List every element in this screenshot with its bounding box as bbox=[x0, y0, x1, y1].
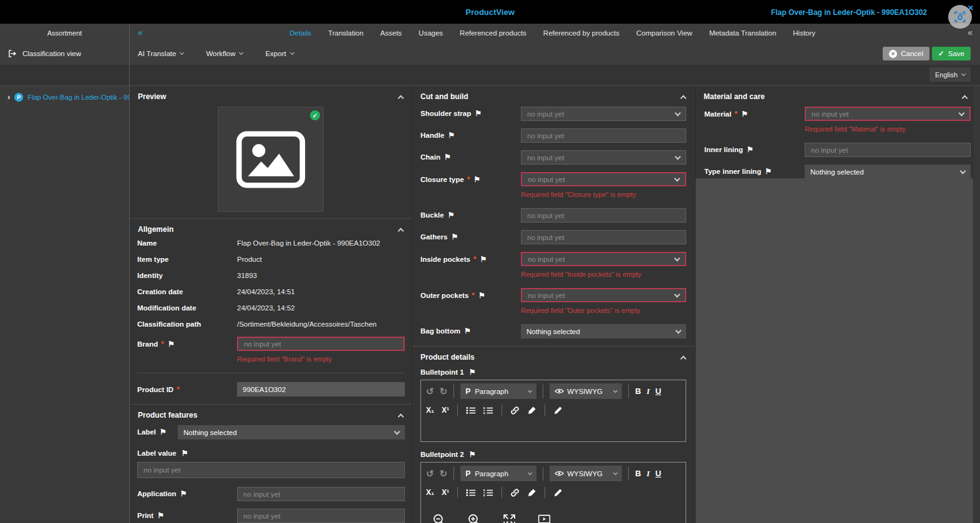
flag-icon[interactable]: ⚑ bbox=[480, 256, 487, 262]
flag-icon[interactable]: ⚑ bbox=[157, 512, 164, 519]
zoom-in-icon[interactable] bbox=[467, 513, 482, 523]
collapse-section-icon[interactable] bbox=[398, 413, 404, 420]
tree-expand-icon[interactable]: › bbox=[7, 92, 10, 102]
inner-lining-input[interactable]: no input yet bbox=[805, 143, 971, 157]
view-mode-dropdown[interactable]: WYSIWYG bbox=[550, 383, 622, 399]
inside-pockets-select[interactable]: no input yet bbox=[521, 252, 686, 266]
scrollbar-track[interactable] bbox=[974, 86, 980, 523]
bag-bottom-select[interactable]: Nothing selected bbox=[521, 324, 686, 338]
collapse-panel-icon[interactable]: « bbox=[968, 24, 973, 42]
zoom-out-icon[interactable] bbox=[432, 513, 447, 523]
collapse-section-icon[interactable] bbox=[398, 228, 404, 234]
redo-icon[interactable]: ↻ bbox=[440, 468, 448, 479]
tab-details[interactable]: Details bbox=[289, 29, 311, 37]
paragraph-style-dropdown[interactable]: PParagraph bbox=[460, 466, 536, 481]
shoulder-strap-select[interactable]: no input yet bbox=[521, 107, 686, 121]
tab-translation[interactable]: Translation bbox=[328, 29, 363, 37]
view-mode-dropdown[interactable]: WYSIWYG bbox=[550, 466, 622, 481]
flag-icon[interactable]: ⚑ bbox=[765, 168, 772, 175]
redo-icon[interactable]: ↻ bbox=[440, 386, 448, 397]
numbered-list-icon[interactable] bbox=[483, 489, 493, 497]
flag-icon[interactable]: ⚑ bbox=[182, 450, 188, 456]
fullscreen-icon[interactable] bbox=[502, 513, 517, 523]
flag-icon[interactable]: ⚑ bbox=[478, 292, 485, 299]
highlighter-icon[interactable] bbox=[527, 488, 536, 497]
superscript-icon[interactable]: X¹ bbox=[442, 406, 449, 415]
product-details-section-header[interactable]: Product details bbox=[412, 347, 694, 367]
buckle-input[interactable]: no input yet bbox=[521, 208, 686, 223]
paragraph-style-dropdown[interactable]: PParagraph bbox=[460, 383, 536, 399]
flag-icon[interactable]: ⚑ bbox=[160, 429, 167, 435]
flag-icon[interactable]: ⚑ bbox=[168, 341, 175, 347]
numbered-list-icon[interactable] bbox=[483, 406, 493, 415]
link-icon[interactable] bbox=[510, 488, 520, 497]
presentation-icon[interactable] bbox=[537, 514, 551, 523]
preview-section-header[interactable]: Preview bbox=[130, 86, 412, 107]
undo-icon[interactable]: ↺ bbox=[426, 468, 434, 479]
underline-icon[interactable]: U bbox=[656, 386, 661, 396]
flag-icon[interactable]: ⚑ bbox=[741, 111, 748, 117]
tab-metadata-translation[interactable]: Metadata Translation bbox=[709, 29, 776, 37]
italic-icon[interactable]: I bbox=[647, 386, 650, 396]
flag-icon[interactable]: ⚑ bbox=[451, 234, 458, 240]
flag-icon[interactable]: ⚑ bbox=[469, 451, 476, 458]
print-input[interactable]: no input yet bbox=[237, 509, 405, 523]
italic-icon[interactable]: I bbox=[647, 469, 650, 479]
cancel-button[interactable]: ✕ Cancel bbox=[883, 47, 929, 60]
bulletpoint1-editor[interactable]: ↺ ↻ PParagraph WYSIWYG B I bbox=[420, 380, 686, 442]
tab-referenced-by-products[interactable]: Referenced by products bbox=[543, 29, 619, 37]
flag-icon[interactable]: ⚑ bbox=[475, 110, 482, 117]
tab-assets[interactable]: Assets bbox=[381, 29, 402, 37]
bullet-list-icon[interactable] bbox=[466, 489, 476, 497]
tab-usages[interactable]: Usages bbox=[419, 29, 443, 37]
flag-icon[interactable]: ⚑ bbox=[464, 328, 471, 334]
cut-and-build-section-header[interactable]: Cut and build bbox=[412, 86, 694, 107]
save-button[interactable]: ✓ Save bbox=[932, 47, 971, 60]
collapse-section-icon[interactable] bbox=[962, 95, 968, 101]
application-input[interactable]: no input yet bbox=[237, 487, 405, 501]
label-value-input[interactable]: no input yet bbox=[137, 462, 405, 478]
flag-icon[interactable]: ⚑ bbox=[448, 132, 455, 138]
workflow-menu[interactable]: Workflow bbox=[206, 50, 243, 57]
allgemein-section-header[interactable]: Allgemein bbox=[130, 219, 412, 239]
underline-icon[interactable]: U bbox=[656, 469, 661, 478]
superscript-icon[interactable]: X¹ bbox=[442, 488, 449, 497]
subscript-icon[interactable]: X₁ bbox=[426, 406, 434, 415]
capture-close-icon[interactable]: ✕ bbox=[968, 4, 974, 12]
export-menu[interactable]: Export bbox=[265, 50, 293, 57]
tab-comparison-view[interactable]: Comparison View bbox=[636, 29, 692, 37]
edit-pencil-icon[interactable] bbox=[553, 488, 563, 497]
flag-icon[interactable]: ⚑ bbox=[448, 212, 455, 218]
flag-icon[interactable]: ⚑ bbox=[444, 154, 451, 160]
collapse-section-icon[interactable] bbox=[398, 95, 404, 101]
preview-image-placeholder[interactable]: ✓ bbox=[218, 107, 324, 212]
label-select[interactable]: Nothing selected bbox=[178, 425, 405, 439]
chain-select[interactable]: no input yet bbox=[521, 150, 686, 165]
subscript-icon[interactable]: X₁ bbox=[426, 488, 434, 497]
collapse-section-icon[interactable] bbox=[681, 95, 687, 101]
flag-icon[interactable]: ⚑ bbox=[473, 176, 480, 183]
flag-icon[interactable]: ⚑ bbox=[469, 369, 476, 375]
material-and-care-section-header[interactable]: Material and care bbox=[696, 86, 973, 107]
gathers-input[interactable]: no input yet bbox=[521, 230, 686, 244]
material-select[interactable]: no input yet bbox=[805, 107, 971, 121]
edit-pencil-icon[interactable] bbox=[553, 406, 563, 415]
bullet-list-icon[interactable] bbox=[466, 406, 476, 415]
product-features-section-header[interactable]: Product features bbox=[130, 405, 412, 425]
tree-item-product[interactable]: › P Flap Over-Bag in Leder-Optik - 990 bbox=[7, 92, 129, 102]
ai-translate-menu[interactable]: AI Translate bbox=[138, 50, 183, 57]
product-id-input[interactable]: 990EA1O302 bbox=[237, 382, 405, 396]
bold-icon[interactable]: B bbox=[635, 386, 641, 396]
tab-referenced-products[interactable]: Referenced products bbox=[460, 29, 526, 37]
type-inner-lining-select[interactable]: Nothing selected bbox=[805, 165, 971, 179]
handle-input[interactable]: no input yet bbox=[521, 128, 686, 143]
highlighter-icon[interactable] bbox=[527, 406, 536, 415]
outer-pockets-select[interactable]: no input yet bbox=[521, 288, 686, 302]
flag-icon[interactable]: ⚑ bbox=[747, 146, 754, 153]
collapse-section-icon[interactable] bbox=[681, 355, 687, 362]
tab-history[interactable]: History bbox=[793, 29, 815, 37]
bold-icon[interactable]: B bbox=[635, 469, 641, 478]
undo-icon[interactable]: ↺ bbox=[426, 386, 434, 397]
flag-icon[interactable]: ⚑ bbox=[180, 491, 187, 497]
classification-view-switch[interactable]: Classification view bbox=[8, 42, 81, 65]
